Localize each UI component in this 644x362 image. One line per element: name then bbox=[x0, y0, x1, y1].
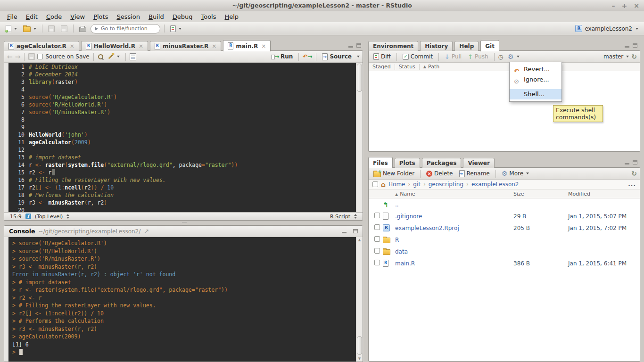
file-name-link[interactable]: exampleLesson2.Rproj bbox=[395, 225, 513, 231]
breadcrumb-home[interactable]: Home bbox=[388, 181, 405, 188]
code-line-18[interactable]: # Performs the calculation bbox=[29, 191, 363, 199]
open-in-window-icon[interactable]: ↗ bbox=[144, 228, 149, 235]
close-button[interactable]: × bbox=[634, 2, 639, 9]
menu-plots[interactable]: Plots bbox=[89, 13, 112, 20]
menu-item-revert[interactable]: ↶ Revert... bbox=[510, 64, 561, 74]
minimize-pane-icon[interactable] bbox=[625, 43, 629, 48]
tab-packages[interactable]: Packages bbox=[422, 158, 462, 168]
goto-file-input[interactable] bbox=[100, 25, 156, 32]
commit-button[interactable]: Commit bbox=[401, 52, 435, 61]
menu-file[interactable]: File bbox=[3, 13, 22, 20]
maximize-pane-icon[interactable] bbox=[633, 160, 637, 165]
code-line-1[interactable]: # Loïc Dutrieux bbox=[29, 63, 363, 71]
tab-main-r[interactable]: main.R× bbox=[223, 40, 271, 51]
refresh-icon[interactable]: ↻ bbox=[631, 53, 637, 60]
select-all-checkbox[interactable] bbox=[372, 181, 378, 187]
chevron-down-icon[interactable] bbox=[357, 56, 360, 58]
open-file-button[interactable] bbox=[21, 24, 38, 33]
column-staged[interactable]: Staged bbox=[372, 64, 391, 70]
history-icon[interactable]: ◷ bbox=[498, 54, 504, 60]
menu-session[interactable]: Session bbox=[112, 13, 144, 20]
code-line-4[interactable] bbox=[29, 86, 363, 93]
delete-button[interactable]: Delete bbox=[424, 169, 454, 178]
file-name-link[interactable]: data bbox=[395, 248, 513, 255]
file-row--gitignore[interactable]: .gitignore29 BJan 1, 2015, 5:07 PM bbox=[369, 210, 640, 222]
file-name-link[interactable]: .gitignore bbox=[395, 213, 513, 220]
file-checkbox[interactable] bbox=[374, 236, 380, 242]
file-checkbox[interactable] bbox=[374, 248, 380, 254]
tab-help[interactable]: Help bbox=[454, 41, 479, 51]
menu-help[interactable]: Help bbox=[220, 13, 243, 20]
close-tab-icon[interactable]: × bbox=[212, 43, 216, 49]
file-checkbox[interactable] bbox=[374, 260, 380, 265]
maximize-pane-icon[interactable] bbox=[633, 43, 637, 48]
file-row-R[interactable]: R bbox=[369, 234, 640, 246]
refresh-icon[interactable]: ↻ bbox=[631, 170, 637, 177]
source-button[interactable]: Source bbox=[320, 52, 354, 61]
column-modified[interactable]: Modified bbox=[568, 191, 640, 197]
file-row-exampleLesson2-Rproj[interactable]: exampleLesson2.Rproj205 BJan 1, 2015, 7:… bbox=[369, 222, 640, 234]
tab-environment[interactable]: Environment bbox=[368, 41, 418, 51]
find-icon[interactable] bbox=[98, 54, 104, 60]
pane-splitter[interactable] bbox=[182, 222, 187, 225]
code-line-15[interactable]: r2 <- r bbox=[29, 169, 363, 176]
code-line-13[interactable]: # import dataset bbox=[29, 154, 363, 161]
menu-item-ignore[interactable]: ⊘ Ignore... bbox=[510, 74, 561, 85]
console-scrollbar[interactable]: ▲ ▼ bbox=[356, 237, 363, 362]
maximize-button[interactable]: + bbox=[622, 2, 627, 9]
console-body[interactable]: > source('R/ageCalculator.R')> source('R… bbox=[4, 237, 363, 362]
scope-selector-icon[interactable] bbox=[66, 214, 69, 219]
git-more-button[interactable]: ⚙ bbox=[506, 52, 521, 61]
minimize-pane-icon[interactable] bbox=[348, 43, 353, 48]
tab-files[interactable]: Files bbox=[368, 157, 393, 168]
file-row--[interactable]: ↰.. bbox=[369, 198, 640, 210]
code-line-6[interactable]: source('R/HelloWorld.R') bbox=[29, 101, 363, 108]
home-icon[interactable]: ⌂ bbox=[381, 181, 386, 188]
file-type-selector-icon[interactable] bbox=[354, 214, 357, 219]
code-line-11[interactable]: ageCalculator(2009) bbox=[29, 139, 363, 146]
code-tools-button[interactable] bbox=[106, 53, 122, 61]
tab-plots[interactable]: Plots bbox=[395, 158, 420, 168]
run-button[interactable]: Run bbox=[269, 52, 295, 61]
new-folder-button[interactable]: New Folder bbox=[372, 169, 416, 178]
save-button[interactable] bbox=[46, 25, 57, 33]
vcs-button[interactable] bbox=[168, 25, 183, 33]
print-button[interactable] bbox=[77, 25, 88, 33]
tab-history[interactable]: History bbox=[420, 41, 453, 51]
minimize-pane-icon[interactable] bbox=[342, 229, 347, 233]
source-on-save-checkbox[interactable] bbox=[37, 54, 43, 59]
menu-item-shell[interactable]: Shell... bbox=[510, 89, 561, 99]
tab-minusraster-r[interactable]: minusRaster.R× bbox=[150, 41, 221, 51]
file-row-data[interactable]: data bbox=[369, 246, 640, 257]
code-line-2[interactable]: # December 2014 bbox=[29, 71, 363, 78]
code-line-3[interactable]: library(raster) bbox=[29, 78, 363, 86]
breadcrumb-examplelesson2[interactable]: exampleLesson2 bbox=[471, 181, 519, 188]
menu-tools[interactable]: Tools bbox=[197, 13, 220, 20]
save-icon[interactable] bbox=[28, 53, 35, 60]
goto-file-box[interactable] bbox=[91, 24, 160, 33]
menu-debug[interactable]: Debug bbox=[168, 13, 197, 20]
code-line-20[interactable] bbox=[29, 206, 363, 212]
column-status[interactable]: Status bbox=[399, 64, 415, 70]
code-line-16[interactable]: # Filling the rasterLayer with new value… bbox=[29, 176, 363, 184]
diff-button[interactable]: Diff bbox=[372, 52, 393, 61]
tab-agecalculator-r[interactable]: ageCalculator.R× bbox=[4, 41, 79, 51]
menu-code[interactable]: Code bbox=[42, 13, 66, 20]
forward-icon[interactable]: → bbox=[15, 53, 21, 60]
close-tab-icon[interactable]: × bbox=[261, 43, 266, 49]
column-name[interactable]: Name bbox=[400, 191, 415, 197]
rename-button[interactable]: Rename bbox=[457, 169, 492, 178]
tab-helloworld-r[interactable]: HelloWorld.R× bbox=[81, 41, 148, 51]
editor-scrollbar[interactable] bbox=[356, 63, 363, 212]
file-row-main-R[interactable]: main.R386 BJan 1, 2015, 6:41 PM bbox=[369, 257, 640, 269]
file-checkbox[interactable] bbox=[374, 213, 380, 218]
file-type-label[interactable]: R Script bbox=[330, 214, 350, 220]
file-name-link[interactable]: .. bbox=[395, 201, 513, 208]
compile-notebook-icon[interactable] bbox=[130, 53, 136, 60]
close-tab-icon[interactable]: × bbox=[139, 43, 143, 49]
menu-edit[interactable]: Edit bbox=[22, 13, 42, 20]
code-line-14[interactable]: r <- raster(system.file("external/rlogo.… bbox=[29, 161, 363, 169]
code-line-19[interactable]: r3 <- minusRaster(r, r2) bbox=[29, 199, 363, 206]
column-path[interactable]: Path bbox=[428, 64, 439, 70]
rerun-icon[interactable]: ↶ bbox=[303, 53, 312, 60]
